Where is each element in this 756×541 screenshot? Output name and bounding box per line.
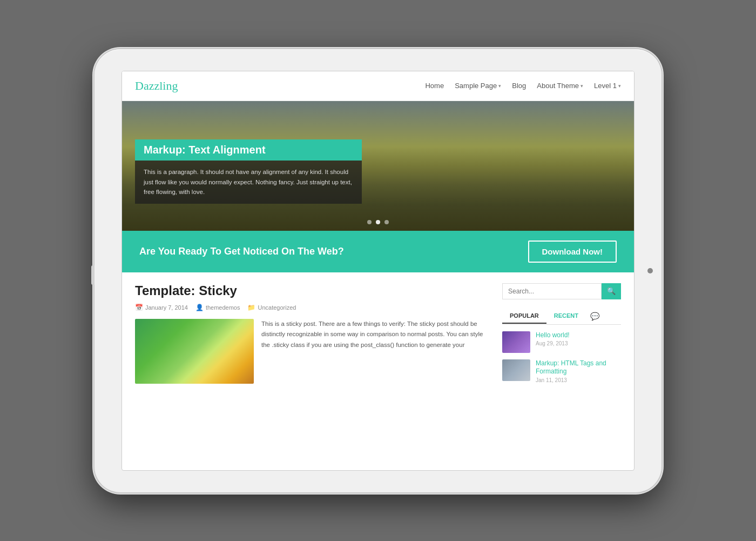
nav-sample-page[interactable]: Sample Page ▾ xyxy=(455,82,501,90)
hero-title: Markup: Text Alignment xyxy=(144,144,353,156)
tablet-right-dot xyxy=(647,268,653,273)
hero-desc-box: This is a paragraph. It should not have … xyxy=(135,161,362,203)
chevron-down-icon: ▾ xyxy=(580,83,583,89)
folder-icon: 📁 xyxy=(247,304,255,311)
sidebar: 🔍 POPULAR RECENT 💬 Hello world! Aug 29, … xyxy=(502,283,621,390)
nav-about-theme[interactable]: About Theme ▾ xyxy=(537,82,583,90)
tab-recent[interactable]: RECENT xyxy=(546,309,586,324)
comment-icon[interactable]: 💬 xyxy=(586,308,604,324)
sidebar-post-date-1: Aug 29, 2013 xyxy=(536,340,621,346)
download-now-button[interactable]: Download Now! xyxy=(528,241,617,263)
sidebar-post-image-1 xyxy=(502,331,530,353)
post-featured-image xyxy=(135,319,254,384)
hero-content: Markup: Text Alignment This is a paragra… xyxy=(135,139,362,203)
sidebar-post-title-1[interactable]: Hello world! xyxy=(536,331,621,340)
slider-dot-3[interactable] xyxy=(384,220,389,224)
nav-blog[interactable]: Blog xyxy=(512,82,526,90)
hero-slider: Markup: Text Alignment This is a paragra… xyxy=(122,101,634,231)
post-category: 📁 Uncategorized xyxy=(247,304,296,311)
post-excerpt: This is a sticky post. There are a few t… xyxy=(261,319,489,384)
sidebar-post-image-2 xyxy=(502,359,530,381)
post-date: 📅 January 7, 2014 xyxy=(135,304,188,311)
blog-section: Template: Sticky 📅 January 7, 2014 👤 the… xyxy=(135,283,489,390)
chevron-down-icon: ▾ xyxy=(618,83,621,89)
hero-description: This is a paragraph. It should not have … xyxy=(144,167,353,197)
sidebar-tabs: POPULAR RECENT 💬 xyxy=(502,308,621,325)
sidebar-post-2: Markup: HTML Tags and Formatting Jan 11,… xyxy=(502,359,621,383)
sidebar-post-date-2: Jan 11, 2013 xyxy=(536,377,621,383)
site-header: Dazzling Home Sample Page ▾ Blog About T… xyxy=(122,71,634,101)
calendar-icon: 📅 xyxy=(135,304,143,311)
nav-home[interactable]: Home xyxy=(425,82,444,90)
search-box: 🔍 xyxy=(502,283,621,299)
slider-dots xyxy=(367,220,389,224)
post-author: 👤 themedemos xyxy=(195,304,240,311)
post-title: Template: Sticky xyxy=(135,283,489,298)
search-input[interactable] xyxy=(502,283,602,299)
search-button[interactable]: 🔍 xyxy=(602,283,621,299)
nav-level1[interactable]: Level 1 ▾ xyxy=(594,82,621,90)
tablet-screen: Dazzling Home Sample Page ▾ Blog About T… xyxy=(122,71,634,471)
post-body: This is a sticky post. There are a few t… xyxy=(135,319,489,384)
cta-text: Are You Ready To Get Noticed On The Web? xyxy=(139,246,344,257)
tab-popular[interactable]: POPULAR xyxy=(502,309,546,324)
main-nav: Home Sample Page ▾ Blog About Theme ▾ Le… xyxy=(425,82,621,90)
slider-dot-1[interactable] xyxy=(367,220,372,224)
site-logo[interactable]: Dazzling xyxy=(135,79,178,93)
sidebar-post-title-2[interactable]: Markup: HTML Tags and Formatting xyxy=(536,359,621,376)
post-meta: 📅 January 7, 2014 👤 themedemos 📁 Uncateg… xyxy=(135,304,489,311)
cta-banner: Are You Ready To Get Noticed On The Web?… xyxy=(122,231,634,272)
slider-dot-2[interactable] xyxy=(376,220,380,224)
user-icon: 👤 xyxy=(195,304,204,311)
tablet-left-button[interactable] xyxy=(91,265,94,285)
sidebar-post-info-1: Hello world! Aug 29, 2013 xyxy=(536,331,621,347)
chevron-down-icon: ▾ xyxy=(498,83,501,89)
hero-title-box: Markup: Text Alignment xyxy=(135,139,362,161)
main-content: Template: Sticky 📅 January 7, 2014 👤 the… xyxy=(122,272,634,400)
sidebar-post-1: Hello world! Aug 29, 2013 xyxy=(502,331,621,353)
tablet-frame: Dazzling Home Sample Page ▾ Blog About T… xyxy=(94,49,662,492)
sidebar-post-info-2: Markup: HTML Tags and Formatting Jan 11,… xyxy=(536,359,621,383)
